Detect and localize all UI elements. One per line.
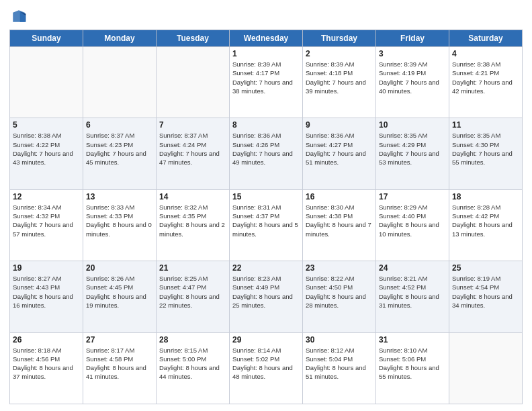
logo-icon [9, 7, 28, 26]
day-number: 14 [159, 192, 226, 201]
day-number: 18 [452, 192, 519, 201]
day-detail: Sunrise: 8:39 AMSunset: 4:18 PMDaylight:… [306, 60, 373, 95]
day-cell: 6Sunrise: 8:37 AMSunset: 4:23 PMDaylight… [83, 118, 157, 189]
day-number: 20 [86, 263, 153, 273]
day-detail: Sunrise: 8:21 AMSunset: 4:52 PMDaylight:… [379, 274, 446, 310]
week-row-4: 19Sunrise: 8:27 AMSunset: 4:43 PMDayligh… [10, 261, 523, 332]
day-detail: Sunrise: 8:35 AMSunset: 4:29 PMDaylight:… [379, 131, 446, 167]
day-number: 6 [86, 120, 153, 130]
day-of-week-monday: Monday [83, 30, 157, 47]
day-of-week-sunday: Sunday [10, 30, 83, 47]
day-detail: Sunrise: 8:27 AMSunset: 4:43 PMDaylight:… [13, 274, 80, 310]
day-number: 5 [13, 120, 80, 130]
day-cell: 5Sunrise: 8:38 AMSunset: 4:22 PMDaylight… [10, 118, 83, 189]
day-detail: Sunrise: 8:36 AMSunset: 4:27 PMDaylight:… [306, 131, 373, 167]
day-number: 26 [13, 335, 80, 345]
day-cell: 12Sunrise: 8:34 AMSunset: 4:32 PMDayligh… [10, 189, 83, 261]
day-detail: Sunrise: 8:18 AMSunset: 4:56 PMDaylight:… [13, 346, 80, 381]
day-detail: Sunrise: 8:15 AMSunset: 5:00 PMDaylight:… [159, 346, 226, 381]
day-cell: 22Sunrise: 8:23 AMSunset: 4:49 PMDayligh… [230, 261, 303, 332]
day-detail: Sunrise: 8:23 AMSunset: 4:49 PMDaylight:… [232, 274, 300, 310]
day-detail: Sunrise: 8:38 AMSunset: 4:22 PMDaylight:… [13, 131, 80, 167]
day-detail: Sunrise: 8:36 AMSunset: 4:26 PMDaylight:… [232, 131, 300, 167]
day-detail: Sunrise: 8:37 AMSunset: 4:23 PMDaylight:… [86, 131, 153, 167]
day-cell: 16Sunrise: 8:30 AMSunset: 4:38 PMDayligh… [303, 189, 376, 261]
day-number: 12 [13, 192, 80, 201]
day-cell: 25Sunrise: 8:19 AMSunset: 4:54 PMDayligh… [449, 261, 523, 332]
week-row-3: 12Sunrise: 8:34 AMSunset: 4:32 PMDayligh… [10, 189, 523, 261]
day-detail: Sunrise: 8:17 AMSunset: 4:58 PMDaylight:… [86, 346, 153, 381]
day-detail: Sunrise: 8:30 AMSunset: 4:38 PMDaylight:… [306, 203, 373, 238]
day-cell: 3Sunrise: 8:39 AMSunset: 4:19 PMDaylight… [376, 47, 449, 118]
day-of-week-wednesday: Wednesday [230, 30, 303, 47]
day-detail: Sunrise: 8:31 AMSunset: 4:37 PMDaylight:… [232, 203, 300, 238]
day-of-week-tuesday: Tuesday [157, 30, 230, 47]
day-number: 23 [306, 263, 373, 273]
week-row-1: 1Sunrise: 8:39 AMSunset: 4:17 PMDaylight… [10, 47, 523, 118]
day-number: 25 [452, 263, 519, 273]
day-number: 2 [306, 49, 373, 58]
day-number: 22 [232, 263, 300, 273]
day-cell: 21Sunrise: 8:25 AMSunset: 4:47 PMDayligh… [157, 261, 230, 332]
day-cell: 27Sunrise: 8:17 AMSunset: 4:58 PMDayligh… [83, 332, 157, 404]
day-detail: Sunrise: 8:38 AMSunset: 4:21 PMDaylight:… [452, 60, 519, 95]
day-number: 7 [159, 120, 226, 130]
day-number: 3 [379, 49, 446, 58]
day-cell: 8Sunrise: 8:36 AMSunset: 4:26 PMDaylight… [230, 118, 303, 189]
day-of-week-friday: Friday [376, 30, 449, 47]
calendar-table: SundayMondayTuesdayWednesdayThursdayFrid… [9, 30, 523, 404]
day-number: 27 [86, 335, 153, 345]
day-number: 13 [86, 192, 153, 201]
day-number: 8 [232, 120, 300, 130]
day-detail: Sunrise: 8:22 AMSunset: 4:50 PMDaylight:… [306, 274, 373, 310]
day-cell: 4Sunrise: 8:38 AMSunset: 4:21 PMDaylight… [449, 47, 523, 118]
day-detail: Sunrise: 8:33 AMSunset: 4:33 PMDaylight:… [86, 203, 153, 238]
day-cell: 17Sunrise: 8:29 AMSunset: 4:40 PMDayligh… [376, 189, 449, 261]
day-number: 30 [306, 335, 373, 345]
day-number: 31 [379, 335, 446, 345]
day-detail: Sunrise: 8:28 AMSunset: 4:42 PMDaylight:… [452, 203, 519, 238]
day-cell: 20Sunrise: 8:26 AMSunset: 4:45 PMDayligh… [83, 261, 157, 332]
day-number: 10 [379, 120, 446, 130]
day-cell [83, 47, 157, 118]
day-cell: 10Sunrise: 8:35 AMSunset: 4:29 PMDayligh… [376, 118, 449, 189]
day-number: 15 [232, 192, 300, 201]
day-number: 24 [379, 263, 446, 273]
day-detail: Sunrise: 8:34 AMSunset: 4:32 PMDaylight:… [13, 203, 80, 238]
day-detail: Sunrise: 8:35 AMSunset: 4:30 PMDaylight:… [452, 131, 519, 167]
day-detail: Sunrise: 8:29 AMSunset: 4:40 PMDaylight:… [379, 203, 446, 238]
logo [9, 7, 31, 26]
day-cell [449, 332, 523, 404]
day-cell: 23Sunrise: 8:22 AMSunset: 4:50 PMDayligh… [303, 261, 376, 332]
day-cell: 29Sunrise: 8:14 AMSunset: 5:02 PMDayligh… [230, 332, 303, 404]
day-number: 16 [306, 192, 373, 201]
day-detail: Sunrise: 8:14 AMSunset: 5:02 PMDaylight:… [232, 346, 300, 381]
day-cell: 31Sunrise: 8:10 AMSunset: 5:06 PMDayligh… [376, 332, 449, 404]
day-cell: 28Sunrise: 8:15 AMSunset: 5:00 PMDayligh… [157, 332, 230, 404]
day-detail: Sunrise: 8:37 AMSunset: 4:24 PMDaylight:… [159, 131, 226, 167]
week-row-5: 26Sunrise: 8:18 AMSunset: 4:56 PMDayligh… [10, 332, 523, 404]
day-cell: 7Sunrise: 8:37 AMSunset: 4:24 PMDaylight… [157, 118, 230, 189]
day-cell: 13Sunrise: 8:33 AMSunset: 4:33 PMDayligh… [83, 189, 157, 261]
day-cell [157, 47, 230, 118]
day-detail: Sunrise: 8:26 AMSunset: 4:45 PMDaylight:… [86, 274, 153, 310]
day-number: 9 [306, 120, 373, 130]
day-of-week-thursday: Thursday [303, 30, 376, 47]
day-number: 4 [452, 49, 519, 58]
day-detail: Sunrise: 8:32 AMSunset: 4:35 PMDaylight:… [159, 203, 226, 238]
day-cell: 18Sunrise: 8:28 AMSunset: 4:42 PMDayligh… [449, 189, 523, 261]
day-number: 28 [159, 335, 226, 345]
header [9, 7, 523, 26]
day-cell: 15Sunrise: 8:31 AMSunset: 4:37 PMDayligh… [230, 189, 303, 261]
day-detail: Sunrise: 8:10 AMSunset: 5:06 PMDaylight:… [379, 346, 446, 381]
day-number: 21 [159, 263, 226, 273]
week-row-2: 5Sunrise: 8:38 AMSunset: 4:22 PMDaylight… [10, 118, 523, 189]
day-number: 19 [13, 263, 80, 273]
day-detail: Sunrise: 8:19 AMSunset: 4:54 PMDaylight:… [452, 274, 519, 310]
page: SundayMondayTuesdayWednesdayThursdayFrid… [0, 0, 532, 411]
day-cell: 1Sunrise: 8:39 AMSunset: 4:17 PMDaylight… [230, 47, 303, 118]
day-cell: 11Sunrise: 8:35 AMSunset: 4:30 PMDayligh… [449, 118, 523, 189]
day-detail: Sunrise: 8:39 AMSunset: 4:17 PMDaylight:… [232, 60, 300, 95]
day-cell [10, 47, 83, 118]
day-cell: 24Sunrise: 8:21 AMSunset: 4:52 PMDayligh… [376, 261, 449, 332]
